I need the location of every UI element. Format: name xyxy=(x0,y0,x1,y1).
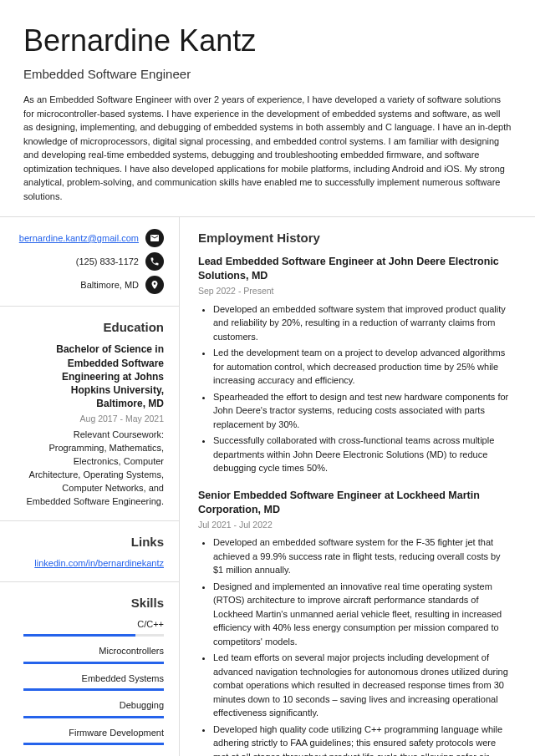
main-content: Employment History Lead Embedded Softwar… xyxy=(180,217,535,756)
job-bullet: Spearheaded the effort to design and tes… xyxy=(213,390,512,432)
summary: As an Embedded Software Engineer with ov… xyxy=(23,93,512,203)
job-bullets: Developed an embedded software system th… xyxy=(198,302,512,475)
skill-name: C/C++ xyxy=(23,618,164,631)
job-bullet: Led the development team on a project to… xyxy=(213,346,512,388)
divider xyxy=(0,306,179,307)
job-bullets: Developed an embedded software system fo… xyxy=(198,535,512,756)
job-dates: Sep 2022 - Present xyxy=(198,285,512,297)
divider xyxy=(0,520,179,521)
skill-item: C/C++ xyxy=(23,618,164,637)
contact-email-row: bernardine.kantz@gmail.com xyxy=(23,229,164,247)
name: Bernardine Kantz xyxy=(23,20,512,62)
skill-name: Microcontrollers xyxy=(23,645,164,657)
job-dates: Jul 2021 - Jul 2022 xyxy=(198,519,512,531)
header: Bernardine Kantz Embedded Software Engin… xyxy=(0,0,535,216)
education-desc: Relevant Coursework: Programming, Mathem… xyxy=(23,429,164,509)
location-text: Baltimore, MD xyxy=(80,279,139,292)
job-bullet: Developed an embedded software system fo… xyxy=(213,535,512,577)
skill-bar xyxy=(23,688,164,691)
skill-item: Microcontrollers xyxy=(23,645,164,663)
job-entry: Lead Embedded Software Engineer at John … xyxy=(198,255,512,474)
contact-location-row: Baltimore, MD xyxy=(23,276,164,294)
education-section: Education Bachelor of Science in Embedde… xyxy=(23,318,164,508)
location-icon xyxy=(145,276,164,294)
job-title: Senior Embedded Software Engineer at Loc… xyxy=(198,489,512,517)
email-icon xyxy=(145,229,164,247)
job-bullet: Led team efforts on several major projec… xyxy=(213,651,512,720)
sidebar: bernardine.kantz@gmail.com (125) 833-117… xyxy=(0,217,180,756)
employment-heading: Employment History xyxy=(198,229,512,246)
phone-icon xyxy=(145,252,164,271)
skill-item: Debugging xyxy=(23,699,164,718)
divider xyxy=(0,581,179,582)
education-heading: Education xyxy=(23,318,164,336)
skill-name: Debugging xyxy=(23,699,164,712)
skill-bar xyxy=(23,662,164,664)
contact-phone-row: (125) 833-1172 xyxy=(23,252,164,271)
email-link[interactable]: bernardine.kantz@gmail.com xyxy=(19,232,139,245)
job-title: Embedded Software Engineer xyxy=(23,65,512,83)
job-bullet: Developed an embedded software system th… xyxy=(213,302,512,344)
phone-text: (125) 833-1172 xyxy=(76,256,139,268)
skill-bar xyxy=(23,634,164,637)
skill-item: Embedded Systems xyxy=(23,672,164,691)
job-bullet: Developed high quality code utilizing C+… xyxy=(213,723,512,756)
skill-bar xyxy=(23,743,164,745)
skills-heading: Skills xyxy=(23,594,164,611)
job-entry: Senior Embedded Software Engineer at Loc… xyxy=(198,489,512,756)
body: bernardine.kantz@gmail.com (125) 833-117… xyxy=(0,217,535,756)
job-bullet: Successfully collaborated with cross-fun… xyxy=(213,434,512,475)
links-section: Links linkedin.com/in/bernardinekantz xyxy=(23,533,164,570)
contact-section: bernardine.kantz@gmail.com (125) 833-117… xyxy=(23,229,164,294)
linkedin-link[interactable]: linkedin.com/in/bernardinekantz xyxy=(34,558,164,568)
education-degree: Bachelor of Science in Embedded Software… xyxy=(23,342,164,410)
skills-section: Skills C/C++MicrocontrollersEmbedded Sys… xyxy=(23,594,164,756)
job-bullet: Designed and implemented an innovative r… xyxy=(213,580,512,649)
education-dates: Aug 2017 - May 2021 xyxy=(23,413,164,425)
link-item: linkedin.com/in/bernardinekantz xyxy=(23,557,164,570)
skill-item: Firmware Development xyxy=(23,727,164,745)
skill-bar xyxy=(23,716,164,718)
links-heading: Links xyxy=(23,533,164,551)
skill-name: Embedded Systems xyxy=(23,672,164,685)
job-title: Lead Embedded Software Engineer at John … xyxy=(198,255,512,283)
skill-name: Firmware Development xyxy=(23,727,164,739)
